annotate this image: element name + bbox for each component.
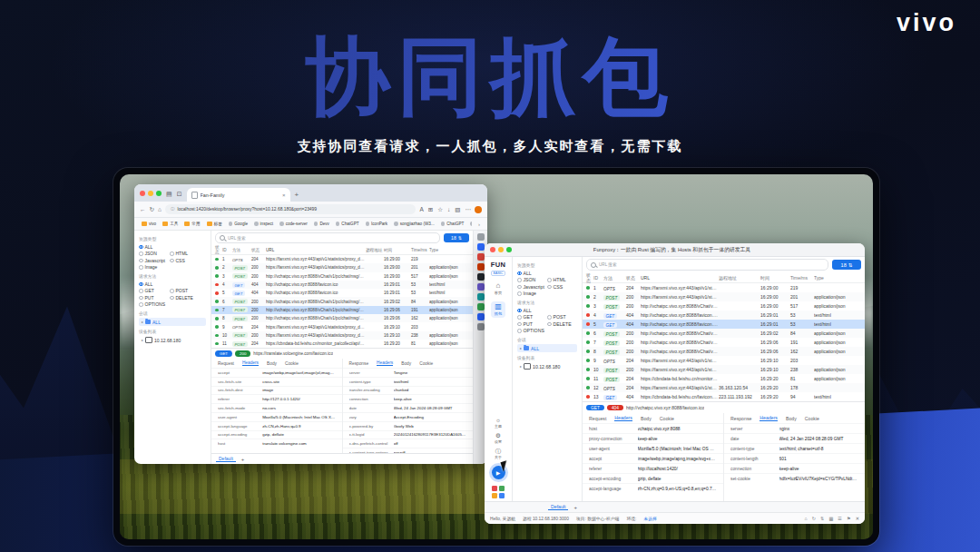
edge-sidebar-icon[interactable] — [477, 323, 485, 330]
session-tab-default[interactable]: Default — [548, 504, 568, 510]
bookmark-item[interactable]: ChatGPT — [336, 222, 359, 226]
tab[interactable]: Cookie — [805, 416, 819, 421]
settings-button[interactable]: ⚙设置 — [495, 433, 502, 444]
browser-toolbar-icon[interactable]: ☆ — [437, 206, 443, 213]
tab[interactable]: Body — [267, 361, 277, 366]
radio-method-post[interactable]: POST — [170, 288, 201, 295]
radio-method-all[interactable]: ALL — [517, 307, 577, 314]
table-row[interactable]: 5 GET 404 http://vchatpc.vivo.xyz:8088/f… — [211, 289, 473, 297]
table-row[interactable]: 2 POST 200 https://fanxmi.vivo.xyz:443/a… — [211, 263, 473, 271]
tab[interactable]: Headers — [242, 360, 259, 366]
tab[interactable]: Request — [218, 361, 234, 366]
radio-method-delete[interactable]: DELETE — [547, 320, 577, 328]
radio-resource-image[interactable]: Image — [139, 264, 206, 271]
bookmarks-overflow-chevron[interactable]: › — [478, 222, 480, 227]
radio-resource-image[interactable]: Image — [517, 291, 577, 298]
status-icon[interactable]: ⚑ — [847, 516, 851, 521]
minimize-window-button[interactable] — [498, 247, 504, 252]
edge-sidebar-icon[interactable] — [477, 233, 485, 241]
device-item[interactable]: ▸10.12.68.180 — [139, 336, 206, 344]
bookmark-item[interactable]: fan-family — [470, 222, 472, 226]
bookmark-item[interactable]: 常用 — [184, 222, 200, 226]
table-row[interactable]: 3 POST 200 http://vchatpc.vivo.xyz:8088/… — [583, 301, 865, 310]
edge-sidebar-icon[interactable] — [477, 273, 485, 281]
table-row[interactable]: 9 OPTS 204 https://fanxmi.vivo.xyz:443/a… — [583, 356, 865, 365]
table-row[interactable]: 8 POST 200 http://vchatpc.vivo.xyz:8088/… — [583, 347, 865, 356]
radio-resource-css[interactable]: CSS — [170, 257, 201, 264]
close-window-button[interactable] — [140, 191, 145, 196]
edge-sidebar-icon[interactable] — [477, 313, 485, 320]
table-row[interactable]: 4 GET 404 http://vchatpc.vivo.xyz:8088/f… — [583, 310, 865, 320]
session-item-all[interactable]: ▸ALL — [139, 318, 206, 326]
table-row[interactable]: 6 POST 200 http://vchatpc.vivo.xyz:8088/… — [211, 297, 473, 305]
radio-resource-json[interactable]: JSON — [139, 251, 170, 258]
table-row[interactable]: 12 OPTS 204 https://fanxmi.vivo.xyz:443/… — [583, 383, 865, 392]
quick-tool-icon[interactable] — [499, 493, 505, 498]
browser-toolbar-icon[interactable]: ⋯ — [466, 206, 472, 213]
workspaces-icon[interactable]: ⊡ — [177, 191, 182, 198]
search-input[interactable]: URL 搜索 — [586, 259, 828, 271]
bookmark-item[interactable]: code-server — [279, 222, 308, 226]
quick-tool-icon[interactable] — [499, 486, 505, 491]
device-item[interactable]: ▸10.12.68.180 — [517, 362, 577, 370]
table-row[interactable]: 13 GET 404 https://cbndata-bd.feishu.cn/… — [583, 392, 865, 401]
bookmark-item[interactable]: vivo — [142, 222, 156, 226]
search-input[interactable]: URL 搜索 — [215, 232, 440, 243]
table-row[interactable]: 3 POST 200 http://vchatpc.vivo.xyz:8088/… — [211, 272, 473, 281]
status-icon[interactable]: ↻ — [812, 516, 816, 521]
bookmark-item[interactable]: songjiazhao (W3... — [394, 222, 435, 226]
table-row[interactable]: 1 OPTS 204 https://fanxmi.vivo.xyz:443/a… — [583, 283, 865, 292]
edge-sidebar-icon[interactable] — [477, 243, 485, 251]
quick-tool-icon[interactable] — [492, 486, 497, 491]
tab[interactable]: Cookie — [660, 416, 674, 421]
radio-resource-js[interactable]: Javascript — [517, 283, 547, 291]
zoom-window-button[interactable] — [156, 191, 162, 196]
add-session-tab-button[interactable]: + — [573, 505, 577, 510]
edge-sidebar-icon[interactable] — [477, 263, 485, 271]
radio-method-post[interactable]: POST — [547, 314, 577, 321]
request-count-button[interactable]: 18⇅ — [444, 233, 469, 242]
table-row[interactable]: 6 POST 200 http://vchatpc.vivo.xyz:8088/… — [583, 329, 865, 338]
table-row[interactable]: 10 POST 200 https://fanxmi.vivo.xyz:443/… — [211, 331, 473, 340]
edge-sidebar-icon[interactable] — [477, 253, 485, 261]
radio-method-options[interactable]: OPTIONS — [517, 328, 577, 335]
status-icon[interactable]: ☰ — [838, 516, 842, 521]
table-row[interactable]: 2 POST 200 https://fanxmi.vivo.xyz:443/a… — [583, 292, 865, 301]
status-icon[interactable]: ✕ — [856, 516, 859, 521]
avatar[interactable] — [475, 206, 482, 213]
edge-sidebar-icon[interactable] — [477, 283, 485, 291]
browser-toolbar-icon[interactable]: ▧ — [455, 206, 460, 213]
table-row[interactable]: 9 OPTS 204 https://fanxmi.vivo.xyz:443/a… — [211, 322, 473, 330]
radio-resource-all[interactable]: ALL — [139, 243, 206, 251]
status-env-value[interactable]: 未选择 — [643, 516, 656, 521]
status-icon[interactable]: ⌂ — [805, 516, 808, 521]
profile-icon[interactable]: ▤ — [166, 191, 172, 198]
close-window-button[interactable] — [490, 247, 495, 252]
tab[interactable]: Body — [641, 416, 652, 421]
session-tab-default[interactable]: Default — [216, 456, 236, 462]
bookmark-item[interactable]: Google — [229, 222, 248, 226]
status-icon[interactable]: ⇅ — [820, 516, 824, 521]
tab[interactable]: Body — [401, 361, 411, 366]
minimize-window-button[interactable] — [148, 191, 153, 196]
new-tab-button[interactable]: + — [295, 191, 299, 199]
browser-toolbar-icon[interactable]: A — [419, 206, 423, 213]
table-row[interactable]: 7 POST 200 http://vchatpc.vivo.xyz:8088/… — [583, 338, 865, 347]
nav-capture[interactable]: ▥抓包 — [491, 301, 505, 318]
theme-button[interactable]: ☼主题 — [495, 418, 502, 429]
bookmark-item[interactable]: IconPark — [366, 222, 388, 226]
radio-resource-json[interactable]: JSON — [517, 277, 547, 284]
radio-resource-html[interactable]: HTML — [547, 277, 577, 284]
nav-home[interactable]: ⌂首页 — [495, 282, 502, 295]
close-tab-icon[interactable]: × — [282, 192, 286, 198]
bookmark-item[interactable]: ChatGPT — [441, 222, 465, 226]
tab[interactable]: Cookie — [419, 361, 433, 366]
home-icon[interactable]: ⌂ — [158, 206, 162, 212]
session-item-all[interactable]: ▸ALL — [517, 344, 577, 352]
bookmark-item[interactable]: 工具 — [162, 222, 178, 226]
table-row[interactable]: 4 GET 404 http://vchatpc.vivo.xyz:8088/f… — [211, 281, 473, 289]
table-row[interactable]: 7 POST 200 http://vchatpc.vivo.xyz:8088/… — [211, 306, 473, 314]
table-row[interactable]: 1 OPTS 204 https://fanxmi.vivo.xyz:443/a… — [211, 255, 473, 263]
tab[interactable]: Request — [589, 416, 606, 421]
table-row[interactable]: 11 POST 204 https://cbndata-bd.feishu.cn… — [583, 374, 865, 383]
